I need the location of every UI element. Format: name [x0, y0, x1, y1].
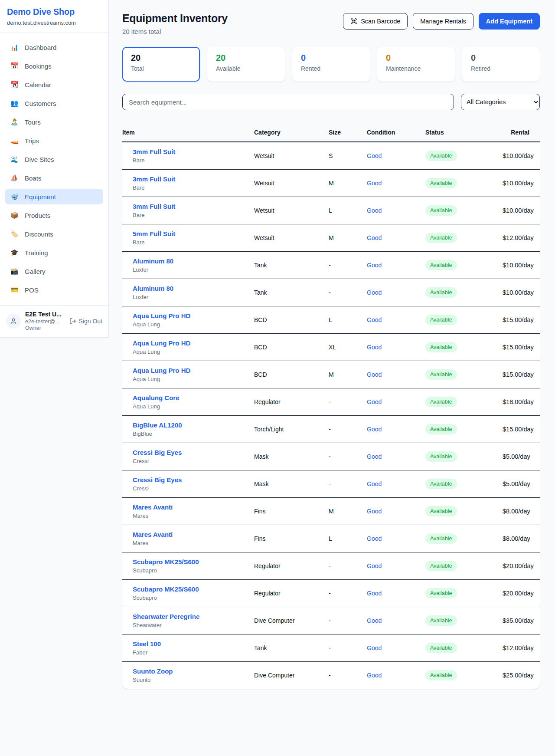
sidebar-item[interactable]: 🏝️ Tours: [5, 114, 103, 130]
sidebar-item[interactable]: 📦 Products: [5, 207, 103, 223]
sidebar-item[interactable]: 📊 Dashboard: [5, 39, 103, 55]
table-row[interactable]: Cressi Big Eyes Cressi Mask - Good Avail…: [122, 470, 540, 498]
status-badge: Available: [425, 369, 457, 380]
sidebar-item[interactable]: 👥 Customers: [5, 95, 103, 111]
condition-link[interactable]: Good: [367, 398, 382, 405]
stat-card[interactable]: 0 Rented: [292, 47, 370, 82]
condition-link[interactable]: Good: [367, 535, 382, 542]
stat-value: 20: [216, 53, 276, 63]
condition-link[interactable]: Good: [367, 289, 382, 296]
table-row[interactable]: Mares Avanti Mares Fins M Good Available…: [122, 498, 540, 525]
item-name-link[interactable]: Cressi Big Eyes: [133, 449, 254, 456]
table-row[interactable]: Aluminum 80 Luxfer Tank - Good Available…: [122, 279, 540, 306]
condition-link[interactable]: Good: [367, 344, 382, 351]
item-name-link[interactable]: 3mm Full Suit: [133, 148, 254, 155]
table-row[interactable]: Scubapro MK25/S600 Scubapro Regulator - …: [122, 580, 540, 607]
item-name-link[interactable]: Aqua Lung Pro HD: [133, 312, 254, 319]
condition-link[interactable]: Good: [367, 617, 382, 624]
condition-link[interactable]: Good: [367, 562, 382, 569]
item-name-link[interactable]: Aqua Lung Pro HD: [133, 339, 254, 347]
item-name-link[interactable]: Cressi Big Eyes: [133, 476, 254, 483]
sidebar-item[interactable]: 🚤 Trips: [5, 133, 103, 148]
item-name-link[interactable]: Mares Avanti: [133, 531, 254, 538]
item-name-link[interactable]: Scubapro MK25/S600: [133, 585, 254, 593]
item-size: -: [329, 662, 367, 689]
item-category: Fins: [254, 498, 329, 525]
stat-card[interactable]: 0 Retired: [462, 47, 540, 82]
item-name-link[interactable]: Shearwater Peregrine: [133, 613, 254, 620]
table-row[interactable]: Suunto Zoop Suunto Dive Computer - Good …: [122, 662, 540, 689]
table-row[interactable]: Cressi Big Eyes Cressi Mask - Good Avail…: [122, 443, 540, 470]
item-name-link[interactable]: BigBlue AL1200: [133, 421, 254, 429]
item-name-link[interactable]: 5mm Full Suit: [133, 230, 254, 237]
item-name-link[interactable]: Mares Avanti: [133, 503, 254, 511]
condition-link[interactable]: Good: [367, 672, 382, 679]
brand-domain: demo.test.divestreams.com: [7, 20, 101, 26]
table-row[interactable]: Shearwater Peregrine Shearwater Dive Com…: [122, 607, 540, 634]
graduation-cap-icon: 🎓: [10, 249, 19, 256]
status-badge: Available: [425, 287, 457, 298]
sign-out-button[interactable]: Sign Out: [69, 318, 102, 325]
item-name-link[interactable]: 3mm Full Suit: [133, 175, 254, 183]
wave-icon: 🌊: [10, 155, 19, 163]
scan-barcode-button[interactable]: Scan Barcode: [343, 13, 408, 30]
table-row[interactable]: 3mm Full Suit Bare Wetsuit S Good Availa…: [122, 142, 540, 170]
item-name-link[interactable]: 3mm Full Suit: [133, 203, 254, 210]
sidebar-item[interactable]: 🌊 Dive Sites: [5, 151, 103, 167]
table-row[interactable]: 3mm Full Suit Bare Wetsuit L Good Availa…: [122, 197, 540, 224]
table-row[interactable]: Aqua Lung Pro HD Aqua Lung BCD XL Good A…: [122, 334, 540, 361]
table-row[interactable]: Mares Avanti Mares Fins L Good Available…: [122, 525, 540, 552]
item-name-link[interactable]: Suunto Zoop: [133, 667, 254, 675]
condition-link[interactable]: Good: [367, 234, 382, 241]
sidebar-item[interactable]: 📅 Bookings: [5, 58, 103, 74]
table-row[interactable]: BigBlue AL1200 BigBlue Torch/Light - Goo…: [122, 416, 540, 443]
sidebar-item[interactable]: ⛵ Boats: [5, 170, 103, 186]
condition-link[interactable]: Good: [367, 207, 382, 214]
rental-rate: $15.00/day: [503, 361, 540, 388]
table-row[interactable]: Aqualung Core Aqua Lung Regulator - Good…: [122, 388, 540, 416]
sidebar-item[interactable]: 🏷️ Discounts: [5, 226, 103, 242]
sidebar-item[interactable]: 📆 Calendar: [5, 77, 103, 92]
condition-link[interactable]: Good: [367, 180, 382, 187]
search-input[interactable]: [122, 94, 454, 110]
sidebar-item[interactable]: 📸 Gallery: [5, 263, 103, 279]
category-select[interactable]: All Categories: [461, 94, 540, 110]
sidebar-item[interactable]: 💳 POS: [5, 282, 103, 298]
condition-link[interactable]: Good: [367, 152, 382, 159]
sidebar-item[interactable]: 🎓 Training: [5, 245, 103, 260]
condition-link[interactable]: Good: [367, 453, 382, 460]
stat-label: Retired: [471, 65, 531, 72]
condition-link[interactable]: Good: [367, 371, 382, 378]
condition-link[interactable]: Good: [367, 316, 382, 323]
table-row[interactable]: Aqua Lung Pro HD Aqua Lung BCD L Good Av…: [122, 306, 540, 334]
item-name-link[interactable]: Aqualung Core: [133, 394, 254, 401]
table-row[interactable]: Steel 100 Faber Tank - Good Available $1…: [122, 634, 540, 662]
stat-card[interactable]: 20 Available: [207, 47, 285, 82]
item-size: -: [329, 607, 367, 634]
tear-off-calendar-icon: 📆: [10, 81, 19, 89]
item-name-link[interactable]: Scubapro MK25/S600: [133, 558, 254, 565]
condition-link[interactable]: Good: [367, 480, 382, 487]
condition-link[interactable]: Good: [367, 590, 382, 597]
table-row[interactable]: Aqua Lung Pro HD Aqua Lung BCD M Good Av…: [122, 361, 540, 388]
table-row[interactable]: 3mm Full Suit Bare Wetsuit M Good Availa…: [122, 170, 540, 197]
condition-link[interactable]: Good: [367, 644, 382, 651]
stat-card[interactable]: 20 Total: [122, 47, 200, 82]
item-size: -: [329, 580, 367, 607]
add-equipment-button[interactable]: Add Equipment: [479, 13, 540, 30]
manage-rentals-button[interactable]: Manage Rentals: [413, 13, 473, 30]
table-row[interactable]: Aluminum 80 Luxfer Tank - Good Available…: [122, 252, 540, 279]
item-name-link[interactable]: Aluminum 80: [133, 285, 254, 292]
item-name-link[interactable]: Aqua Lung Pro HD: [133, 367, 254, 374]
condition-link[interactable]: Good: [367, 262, 382, 269]
table-row[interactable]: 5mm Full Suit Bare Wetsuit M Good Availa…: [122, 224, 540, 252]
condition-link[interactable]: Good: [367, 508, 382, 515]
item-name-link[interactable]: Steel 100: [133, 640, 254, 648]
condition-link[interactable]: Good: [367, 426, 382, 433]
item-name-link[interactable]: Aluminum 80: [133, 257, 254, 265]
table-row[interactable]: Scubapro MK25/S600 Scubapro Regulator - …: [122, 552, 540, 580]
brand-name[interactable]: Demo Dive Shop: [7, 7, 101, 17]
sidebar-item[interactable]: 🤿 Equipment: [5, 189, 103, 204]
item-brand: Scubapro: [133, 567, 254, 574]
stat-card[interactable]: 0 Maintenance: [377, 47, 455, 82]
